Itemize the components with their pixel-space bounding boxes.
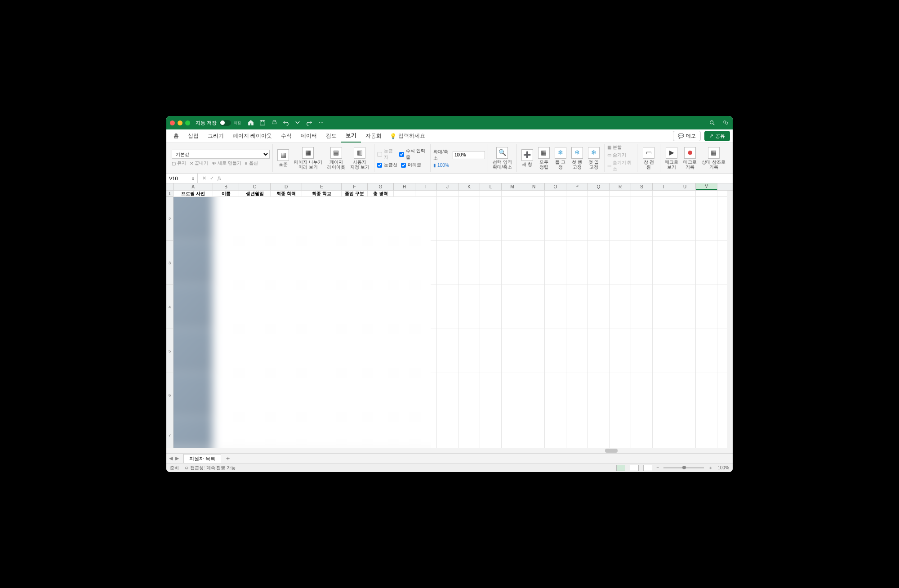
zoom-input[interactable] xyxy=(453,151,485,159)
cell-B6[interactable] xyxy=(213,373,239,417)
cell-H6[interactable] xyxy=(394,373,415,417)
tab-automate[interactable]: 자동화 xyxy=(361,129,386,143)
page-break-preview-button[interactable]: ▦페이지 나누기 미리 보기 xyxy=(292,147,324,169)
cell-I7[interactable] xyxy=(415,417,437,448)
cell-U6[interactable] xyxy=(674,373,696,417)
search-icon[interactable] xyxy=(708,119,716,126)
cell-H5[interactable] xyxy=(394,329,415,373)
cell-V3[interactable] xyxy=(696,241,717,285)
cell-M2[interactable] xyxy=(502,197,523,241)
tab-page-layout[interactable]: 페이지 레이아웃 xyxy=(228,129,276,143)
cell-U7[interactable] xyxy=(674,417,696,448)
scrollbar-thumb[interactable] xyxy=(605,449,618,453)
cell-M5[interactable] xyxy=(502,329,523,373)
cell-K1[interactable] xyxy=(458,191,480,196)
tab-draw[interactable]: 그리기 xyxy=(203,129,228,143)
toggle-switch[interactable] xyxy=(219,120,231,126)
cell-L7[interactable] xyxy=(480,417,502,448)
cell-L6[interactable] xyxy=(480,373,502,417)
cell-G7[interactable] xyxy=(368,417,394,448)
cell-V1[interactable] xyxy=(696,191,717,196)
cell-F3[interactable] xyxy=(342,241,368,285)
namebox-stepper-icon[interactable]: ▲▼ xyxy=(191,176,195,181)
cell-T6[interactable] xyxy=(653,373,674,417)
cell-T5[interactable] xyxy=(653,329,674,373)
enter-formula-icon[interactable]: ✓ xyxy=(210,175,214,181)
cell-J2[interactable] xyxy=(437,197,458,241)
cell-C5[interactable] xyxy=(239,329,271,373)
cell-Q4[interactable] xyxy=(588,285,610,329)
cell-J3[interactable] xyxy=(437,241,458,285)
sheet-nav-next-icon[interactable]: ▶ xyxy=(175,455,179,461)
new-window-button[interactable]: ➕새 창 xyxy=(520,149,535,167)
cell-J1[interactable] xyxy=(437,191,458,196)
name-box[interactable]: V10 ▲▼ xyxy=(166,174,198,183)
tab-review[interactable]: 검토 xyxy=(321,129,341,143)
unhide-button[interactable]: ▭ 숨기기 취소 xyxy=(607,160,634,172)
column-header-G[interactable]: G xyxy=(368,183,394,190)
cell-P2[interactable] xyxy=(566,197,588,241)
cell-E2[interactable] xyxy=(302,197,342,241)
cell-I3[interactable] xyxy=(415,241,437,285)
cell-O4[interactable] xyxy=(545,285,566,329)
cell-E5[interactable] xyxy=(302,329,342,373)
cell-G4[interactable] xyxy=(368,285,394,329)
tell-me-search[interactable]: 💡 입력하세요 xyxy=(390,132,425,140)
page-layout-button[interactable]: ▤페이지 레이아웃 xyxy=(325,147,347,169)
cell-P6[interactable] xyxy=(566,373,588,417)
cell-V6[interactable] xyxy=(696,373,717,417)
cell-P1[interactable] xyxy=(566,191,588,196)
cell-K4[interactable] xyxy=(458,285,480,329)
column-header-C[interactable]: C xyxy=(239,183,271,190)
cell-S6[interactable] xyxy=(631,373,653,417)
cell-F7[interactable] xyxy=(342,417,368,448)
cell-D5[interactable] xyxy=(271,329,302,373)
column-header-I[interactable]: I xyxy=(415,183,437,190)
cell-P7[interactable] xyxy=(566,417,588,448)
cell-G5[interactable] xyxy=(368,329,394,373)
cell-D1[interactable]: 최종 학력 xyxy=(271,191,302,196)
cell-K2[interactable] xyxy=(458,197,480,241)
cell-I4[interactable] xyxy=(415,285,437,329)
cell-K5[interactable] xyxy=(458,329,480,373)
cell-E1[interactable]: 최종 학교 xyxy=(302,191,342,196)
headings-checkbox[interactable]: 머리글 xyxy=(401,162,421,168)
new-view-button[interactable]: 👁 새로 만들기 xyxy=(212,160,241,166)
cell-J4[interactable] xyxy=(437,285,458,329)
cell-A2[interactable] xyxy=(174,197,213,241)
cell-B4[interactable] xyxy=(213,285,239,329)
cell-Q3[interactable] xyxy=(588,241,610,285)
cell-N2[interactable] xyxy=(523,197,545,241)
cell-T2[interactable] xyxy=(653,197,674,241)
cell-C3[interactable] xyxy=(239,241,271,285)
cell-N4[interactable] xyxy=(523,285,545,329)
cell-O5[interactable] xyxy=(545,329,566,373)
cell-V4[interactable] xyxy=(696,285,717,329)
cell-H1[interactable] xyxy=(394,191,415,196)
normal-view-button[interactable]: ▦표준 xyxy=(276,149,291,167)
cell-I5[interactable] xyxy=(415,329,437,373)
cell-M1[interactable] xyxy=(502,191,523,196)
close-window-button[interactable] xyxy=(170,120,175,125)
cell-S1[interactable] xyxy=(631,191,653,196)
cell-J7[interactable] xyxy=(437,417,458,448)
vertical-scrollbar[interactable] xyxy=(727,191,733,448)
cell-I1[interactable] xyxy=(415,191,437,196)
cell-L3[interactable] xyxy=(480,241,502,285)
column-header-S[interactable]: S xyxy=(631,183,653,190)
switch-windows-button[interactable]: ▭창 전환 xyxy=(640,147,657,169)
redo-icon[interactable] xyxy=(306,119,313,126)
cell-U1[interactable] xyxy=(674,191,696,196)
horizontal-scrollbar[interactable] xyxy=(166,448,733,453)
cell-N1[interactable] xyxy=(523,191,545,196)
record-macro-button[interactable]: ⏺매크로 기록 xyxy=(681,147,699,169)
cell-Q2[interactable] xyxy=(588,197,610,241)
cell-B1[interactable]: 이름 xyxy=(213,191,239,196)
cell-L1[interactable] xyxy=(480,191,502,196)
cell-R1[interactable] xyxy=(610,191,631,196)
cell-G6[interactable] xyxy=(368,373,394,417)
cell-R7[interactable] xyxy=(610,417,631,448)
page-layout-mode-button[interactable] xyxy=(630,465,639,471)
cell-Q5[interactable] xyxy=(588,329,610,373)
cell-L4[interactable] xyxy=(480,285,502,329)
